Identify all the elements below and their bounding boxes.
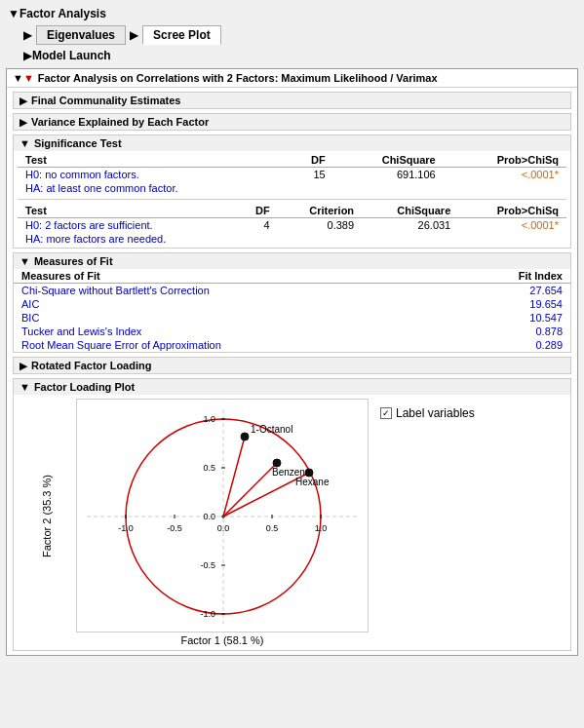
sig-test-arrow[interactable]: ▼ <box>19 137 30 149</box>
x-axis-label: Factor 1 (58.1 %) <box>181 634 264 646</box>
legend-label: Label variables <box>396 406 475 420</box>
sig-cell-test-2-1: H0: 2 factors are sufficient. <box>18 218 236 233</box>
factor-loading-plot-section: ▼ Factor Loading Plot Factor 2 (35.3 %) <box>13 378 571 651</box>
significance-test-section: ▼ Significance Test Test DF ChiSquare Pr… <box>13 134 571 249</box>
meas-row-2: BIC 10.547 <box>14 311 570 325</box>
meas-row-1: AIC 19.654 <box>14 297 570 311</box>
plot-arrow[interactable]: ▼ <box>19 381 30 393</box>
variance-section: ▶ Variance Explained by Each Factor <box>13 113 571 131</box>
significance-test-header[interactable]: ▼ Significance Test <box>14 135 570 151</box>
sig-cell-test-2-2: HA: more factors are needed. <box>18 232 236 246</box>
sig-row-1-1: H0: no common factors. 15 691.106 <.0001… <box>18 168 566 182</box>
meas-name-2: BIC <box>14 311 449 325</box>
plot-label: Factor Loading Plot <box>34 381 135 393</box>
meas-row-4: Root Mean Square Error of Approximation … <box>14 338 570 352</box>
svg-text:0.5: 0.5 <box>266 523 279 533</box>
svg-text:0.5: 0.5 <box>203 463 215 473</box>
analysis-title-row: ▼ ▼ Factor Analysis on Correlations with… <box>7 69 577 88</box>
sig-cell-crit-2-1: 0.389 <box>278 218 362 233</box>
measures-arrow[interactable]: ▼ <box>19 255 30 267</box>
final-communality-label: Final Communality Estimates <box>31 95 180 106</box>
model-launch-arrow[interactable]: ▶ <box>23 49 32 62</box>
svg-text:-0.5: -0.5 <box>167 523 182 533</box>
plot-area: Factor 2 (35.3 %) <box>14 395 570 650</box>
tab-scree-plot[interactable]: Scree Plot <box>142 25 221 45</box>
legend-item: ✓ Label variables <box>380 406 475 420</box>
col-test-2: Test <box>18 204 236 218</box>
measures-header[interactable]: ▼ Measures of Fit <box>14 253 570 269</box>
svg-line-24 <box>223 463 277 517</box>
tab-row-arrow[interactable]: ▶ <box>23 28 32 42</box>
sig-row-2-2: HA: more factors are needed. <box>18 232 566 246</box>
plot-legend: ✓ Label variables <box>380 406 475 420</box>
meas-name-4: Root Mean Square Error of Approximation <box>14 338 449 352</box>
svg-line-23 <box>223 437 245 517</box>
label-variables-checkbox[interactable]: ✓ <box>380 407 392 419</box>
sig-cell-test-1-2: HA: at least one common factor. <box>18 181 286 195</box>
analysis-collapse-arrow[interactable]: ▼ <box>13 72 23 84</box>
meas-val-3: 0.878 <box>449 325 570 338</box>
factor-analysis-header: ▼ Factor Analysis <box>4 4 580 23</box>
sig-cell-prob-1-2 <box>444 181 566 195</box>
col-df-2: DF <box>236 204 278 218</box>
variance-header[interactable]: ▶ Variance Explained by Each Factor <box>14 114 570 130</box>
rotated-factor-section: ▶ Rotated Factor Loading <box>13 357 571 374</box>
svg-text:0.0: 0.0 <box>203 512 215 521</box>
meas-val-1: 19.654 <box>449 297 570 311</box>
rotated-factor-header[interactable]: ▶ Rotated Factor Loading <box>14 358 570 373</box>
tab-eigenvalues[interactable]: Eigenvalues <box>36 25 126 45</box>
meas-val-4: 0.289 <box>449 338 570 352</box>
meas-name-0: Chi-Square without Bartlett's Correction <box>14 284 449 298</box>
svg-text:1-Octanol: 1-Octanol <box>251 424 292 435</box>
col-test-1: Test <box>18 153 286 168</box>
svg-text:-0.5: -0.5 <box>200 560 215 570</box>
sig-cell-chi-2-2 <box>362 232 458 246</box>
sig-cell-prob-2-1: <.0001* <box>458 218 566 233</box>
rotated-factor-arrow[interactable]: ▶ <box>19 361 27 371</box>
svg-text:-1.0: -1.0 <box>118 523 134 533</box>
plot-header[interactable]: ▼ Factor Loading Plot <box>14 379 570 395</box>
svg-text:1.0: 1.0 <box>203 414 215 424</box>
model-launch-row: ▶ Model Launch <box>4 47 580 64</box>
sig-row-1-2: HA: at least one common factor. <box>18 181 566 195</box>
svg-point-27 <box>273 459 281 467</box>
collapse-arrow[interactable]: ▼ <box>8 7 19 20</box>
sig-row-2-1: H0: 2 factors are sufficient. 4 0.389 26… <box>18 218 566 233</box>
variance-label: Variance Explained by Each Factor <box>31 116 209 128</box>
rotated-factor-label: Rotated Factor Loading <box>31 360 151 371</box>
scree-arrow[interactable]: ▶ <box>130 28 138 42</box>
svg-text:-1.0: -1.0 <box>200 609 215 619</box>
model-launch-label: Model Launch <box>32 49 111 62</box>
col-prob-2: Prob>ChiSq <box>458 204 566 218</box>
factor-plot-svg: -1.0 -0.5 0.0 0.5 1.0 1.0 0.5 <box>76 399 369 632</box>
sig-cell-df-2-1: 4 <box>236 218 278 233</box>
sig-table-2: Test DF Criterion ChiSquare Prob>ChiSq H… <box>18 204 566 246</box>
analysis-title-text: Factor Analysis on Correlations with 2 F… <box>38 72 438 84</box>
meas-name-1: AIC <box>14 297 449 311</box>
chart-wrapper: -1.0 -0.5 0.0 0.5 1.0 1.0 0.5 <box>76 399 369 646</box>
col-prob-1: Prob>ChiSq <box>444 153 566 168</box>
final-communality-section: ▶ Final Communality Estimates <box>13 92 571 109</box>
meas-row-3: Tucker and Lewis's Index 0.878 <box>14 325 570 338</box>
sig-cell-df-2-2 <box>236 232 278 246</box>
analysis-box: ▼ ▼ Factor Analysis on Correlations with… <box>6 68 578 656</box>
measures-of-fit-section: ▼ Measures of Fit Measures of Fit Fit In… <box>13 252 571 353</box>
svg-text:1.0: 1.0 <box>315 523 328 533</box>
red-indicator: ▼ <box>23 72 34 84</box>
meas-col-name: Measures of Fit <box>14 269 449 284</box>
meas-val-0: 27.654 <box>449 284 570 298</box>
col-df-1: DF <box>286 153 333 168</box>
sig-cell-crit-2-2 <box>278 232 362 246</box>
variance-arrow[interactable]: ▶ <box>19 117 27 128</box>
sig-table-1: Test DF ChiSquare Prob>ChiSq H0: no comm… <box>18 153 566 195</box>
meas-val-2: 10.547 <box>449 311 570 325</box>
y-axis-wrapper: Factor 2 (35.3 %) <box>18 399 76 632</box>
sig-cell-chi-2-1: 26.031 <box>362 218 458 233</box>
final-communality-arrow[interactable]: ▶ <box>19 96 27 106</box>
sig-cell-test-1-1: H0: no common factors. <box>18 168 286 182</box>
y-axis-label: Factor 2 (35.3 %) <box>41 475 53 557</box>
svg-point-26 <box>241 433 249 441</box>
sig-table-wrapper: Test DF ChiSquare Prob>ChiSq H0: no comm… <box>14 151 570 248</box>
svg-text:Hexane: Hexane <box>295 477 330 487</box>
final-communality-header[interactable]: ▶ Final Communality Estimates <box>14 93 570 108</box>
